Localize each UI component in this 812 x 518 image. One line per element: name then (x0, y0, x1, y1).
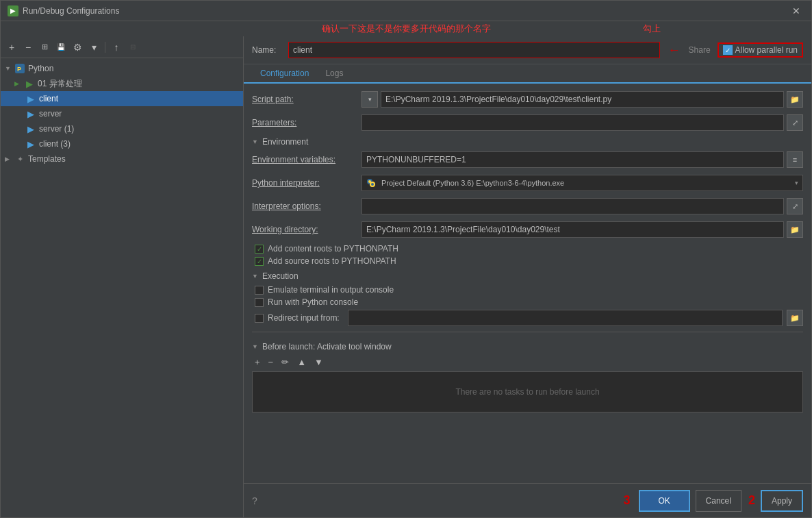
templates-icon: ✦ (14, 153, 25, 164)
add-content-roots-checkbox[interactable]: ✓ (255, 245, 264, 254)
before-launch-toolbar: + − ✏ ▲ ▼ (252, 356, 803, 369)
annotation-text-right: 勾上 (643, 23, 661, 35)
tab-logs[interactable]: Logs (317, 64, 351, 84)
run-python-console-checkbox[interactable] (255, 298, 264, 307)
working-dir-wrap: 📁 (361, 221, 803, 238)
env-vars-label: Environment variables: (252, 155, 361, 164)
client3-label: client (3) (39, 139, 71, 149)
script-path-dropdown[interactable]: ▾ (361, 91, 378, 108)
name-label: Name: (252, 45, 283, 55)
working-dir-input[interactable] (361, 221, 784, 238)
toolbar-sep (105, 42, 105, 53)
working-dir-label: Working directory: (252, 225, 361, 234)
server1-icon: ▶ (25, 123, 36, 134)
add-config-button[interactable]: + (5, 40, 18, 54)
python-group-icon: P (14, 63, 25, 74)
run-python-console-row: Run with Python console (252, 297, 803, 307)
add-source-roots-row: ✓ Add source roots to PYTHONPATH (252, 256, 803, 266)
python-interp-select[interactable]: Project Default (Python 3.6) E:\python3-… (361, 175, 803, 191)
interp-options-expand[interactable]: ⤢ (787, 198, 803, 214)
python-interp-row: Python interpreter: Pr (252, 174, 803, 192)
sidebar-item-templates[interactable]: ▶ ✦ Templates (1, 151, 243, 166)
parameters-input[interactable] (361, 114, 784, 131)
move-up-button[interactable]: ↑ (110, 40, 123, 54)
execution-section-header[interactable]: ▼ Execution (252, 271, 803, 281)
item-01-arrow: ▶ (14, 80, 23, 87)
add-content-roots-row: ✓ Add content roots to PYTHONPATH (252, 244, 803, 254)
save-config-button[interactable]: 💾 (54, 40, 68, 54)
env-vars-wrap: ≡ (361, 151, 803, 168)
execution-title: Execution (262, 271, 299, 281)
ok-button[interactable]: OK (639, 490, 690, 512)
redirect-input-field[interactable] (348, 310, 783, 326)
run-debug-icon: ▶ (8, 5, 18, 16)
redirect-input-checkbox[interactable] (255, 314, 264, 323)
parameters-wrap: ⤢ (361, 114, 803, 131)
before-launch-down[interactable]: ▼ (312, 356, 326, 369)
env-vars-btn[interactable]: ≡ (787, 151, 803, 168)
redirect-input-browse[interactable]: 📁 (787, 310, 803, 326)
python-interp-value: Project Default (Python 3.6) E:\python3-… (381, 179, 564, 187)
emulate-terminal-checkbox[interactable] (255, 286, 264, 295)
server-icon: ▶ (25, 108, 36, 119)
before-launch-title: Before launch: Activate tool window (262, 342, 392, 352)
client3-icon: ▶ (25, 138, 36, 149)
sidebar-item-server1[interactable]: ▶ server (1) (1, 121, 243, 136)
before-launch-add[interactable]: + (252, 356, 263, 369)
parameters-row: Parameters: ⤢ (252, 114, 803, 132)
no-tasks-label: There are no tasks to run before launch (455, 387, 599, 397)
window-title: Run/Debug Configurations (23, 6, 119, 16)
client-icon: ▶ (25, 93, 36, 104)
name-right: Share ✓ Allow parallel run (689, 42, 803, 58)
sidebar-item-01[interactable]: ▶ ▶ 01 异常处理 (1, 76, 243, 91)
config-panel: Name: ← Share ✓ Allow parallel run Confi… (244, 36, 811, 517)
script-path-browse[interactable]: 📁 (787, 91, 803, 108)
env-vars-input[interactable] (361, 151, 784, 168)
allow-parallel-checkbox[interactable]: ✓ (723, 45, 733, 55)
interp-options-label: Interpreter options: (252, 201, 361, 211)
name-row: Name: ← Share ✓ Allow parallel run (244, 36, 811, 64)
help-button[interactable]: ? (252, 495, 257, 506)
templates-arrow: ▶ (5, 156, 13, 162)
execution-arrow: ▼ (252, 273, 258, 280)
sidebar-toolbar: + − ⊞ 💾 ⚙ ▾ ↑ ⊟ (1, 36, 243, 58)
close-button[interactable]: ✕ (788, 4, 804, 18)
before-launch-up[interactable]: ▲ (294, 356, 309, 369)
before-launch-edit[interactable]: ✏ (279, 356, 292, 369)
title-bar: ▶ Run/Debug Configurations ✕ (1, 1, 811, 21)
parameters-expand[interactable]: ⤢ (787, 114, 803, 131)
before-launch-remove[interactable]: − (266, 356, 277, 369)
tab-configuration[interactable]: Configuration (252, 64, 317, 84)
apply-button[interactable]: Apply (761, 490, 803, 512)
sidebar-item-client3[interactable]: ▶ client (3) (1, 136, 243, 151)
sidebar-item-server[interactable]: ▶ server (1, 106, 243, 121)
main-content: + − ⊞ 💾 ⚙ ▾ ↑ ⊟ ▼ P (1, 36, 811, 517)
script-path-wrap: ▾ 📁 (361, 91, 803, 108)
working-dir-browse[interactable]: 📁 (787, 221, 803, 238)
sidebar: + − ⊞ 💾 ⚙ ▾ ↑ ⊟ ▼ P (1, 36, 244, 517)
dropdown-config-button[interactable]: ▾ (87, 40, 101, 54)
before-launch-header[interactable]: ▼ Before launch: Activate tool window (252, 342, 803, 352)
before-launch-arrow: ▼ (252, 343, 258, 350)
allow-parallel-container: ✓ Allow parallel run (718, 42, 803, 58)
remove-config-button[interactable]: − (21, 40, 35, 54)
cancel-button[interactable]: Cancel (696, 490, 741, 512)
copy-config-button[interactable]: ⊞ (38, 40, 51, 54)
python-group-item[interactable]: ▼ P Python (1, 61, 243, 76)
tabs-row: Configuration Logs (244, 64, 811, 84)
interp-options-input[interactable] (361, 198, 784, 214)
no-tasks-area: There are no tasks to run before launch (252, 371, 803, 412)
interp-dropdown-arrow: ▾ (795, 180, 798, 186)
settings-config-button[interactable]: ⚙ (71, 40, 84, 54)
svg-point-5 (371, 183, 374, 186)
filter-button[interactable]: ⊟ (126, 40, 140, 54)
python-interp-label: Python interpreter: (252, 178, 361, 188)
add-source-roots-label: Add source roots to PYTHONPATH (268, 256, 396, 266)
add-source-roots-checkbox[interactable]: ✓ (255, 257, 264, 266)
environment-section-header[interactable]: ▼ Environment (252, 137, 803, 147)
sidebar-tree: ▼ P Python ▶ ▶ 01 异常处理 (1, 58, 243, 517)
script-path-input[interactable] (381, 91, 784, 108)
sidebar-item-client[interactable]: ▶ client (1, 91, 243, 106)
env-vars-row: Environment variables: ≡ (252, 151, 803, 169)
name-input[interactable] (288, 42, 660, 58)
